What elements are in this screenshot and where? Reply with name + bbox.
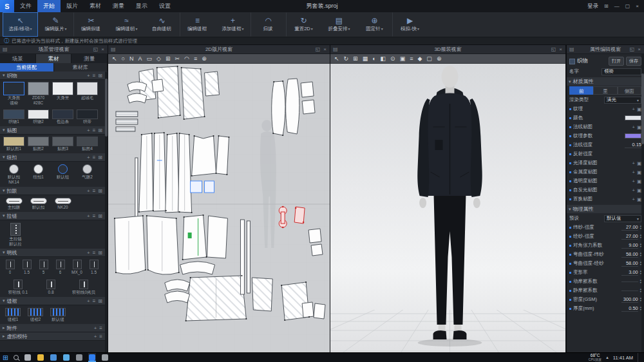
ribbon-tool[interactable]: ∿ 自由缝纫 [144, 12, 180, 37]
property-value[interactable]: 300.00 [621, 296, 638, 303]
popout-icon[interactable]: ◱ [316, 46, 321, 52]
pleat-item[interactable]: 缝褶2 [25, 307, 46, 322]
add-map-icon[interactable]: + [632, 187, 635, 193]
add-icon[interactable]: + [87, 73, 90, 79]
login-button[interactable]: 登录 [587, 3, 598, 10]
map-slot-icon[interactable]: ▣ [637, 124, 641, 130]
add-icon[interactable]: + [87, 155, 90, 160]
focus-icon[interactable]: ⊙ [390, 54, 395, 64]
show-grid-icon[interactable]: ▦ [363, 54, 368, 64]
map-slot-icon[interactable]: ▣ [637, 160, 641, 166]
close-icon[interactable]: × [638, 46, 641, 52]
fabric-swatch[interactable]: 织带 [76, 110, 99, 124]
add-map-icon[interactable]: + [632, 178, 635, 184]
fabric-swatch[interactable]: 大身里 [52, 82, 74, 106]
grid-icon[interactable]: ⊞ [98, 213, 102, 219]
topstitch-item[interactable]: 1.5 [19, 259, 34, 275]
minimize-icon[interactable]: — [614, 3, 620, 9]
add-icon[interactable]: + [94, 334, 97, 339]
ribbon-tool[interactable]: ⊕ 固定针▾ [357, 12, 392, 37]
buttonhole-item[interactable]: 主扣眼 [3, 197, 25, 210]
section-header[interactable]: ▾ 贴图 + ≡ ⊞ [0, 126, 105, 135]
ribbon-tool[interactable]: ✂ 编辑假缝 [73, 12, 109, 37]
settings[interactable] [101, 353, 109, 362]
physics-section-header[interactable]: ▾ 物理属性 [567, 205, 644, 213]
fabric-swatch[interactable]: 织物1 [3, 110, 25, 124]
ribbon-tool[interactable]: ▤ 折叠安排▾ [321, 12, 357, 37]
menu-item[interactable]: 素材 [84, 0, 107, 12]
map-slot-icon[interactable]: ▣ [637, 196, 641, 202]
ribbon-tool[interactable]: ✎ 编辑版片▾ [38, 12, 73, 37]
property-value[interactable] [621, 291, 638, 291]
photos[interactable] [75, 353, 83, 362]
start-button-icon[interactable]: ⊞ [3, 353, 8, 362]
menu-item[interactable]: 测量 [107, 0, 130, 12]
left-scrollbar[interactable] [105, 72, 108, 352]
section-header[interactable]: ▾ 明线 + ≡ ⊞ [0, 249, 105, 257]
list-icon[interactable]: ≡ [93, 128, 96, 133]
cut-tool-icon[interactable]: ✂ [175, 54, 180, 64]
render-type-select[interactable]: 满光 ▾ [604, 97, 641, 104]
layers-icon[interactable]: ≡ [410, 54, 413, 64]
grid-icon[interactable]: ⊞ [98, 128, 102, 133]
add-icon[interactable]: + [94, 325, 97, 331]
select-icon[interactable]: ↖ [334, 54, 339, 64]
menu-item[interactable]: 显示 [130, 0, 153, 12]
browser[interactable] [50, 353, 57, 362]
ribbon-tool[interactable]: ↖ 选择/移动▾ [3, 12, 38, 37]
list-icon[interactable]: ≡ [93, 188, 96, 194]
rotate-view-icon[interactable]: ↻ [344, 54, 349, 64]
pattern-2d-canvas[interactable] [108, 64, 330, 352]
property-value[interactable]: 9.00 [621, 242, 638, 249]
topstitch-item[interactable]: 0 [3, 259, 17, 275]
grid-icon[interactable]: ⊞ [98, 298, 102, 304]
select-icon[interactable]: ↖ [112, 54, 117, 64]
save-button[interactable]: 保存 [626, 57, 641, 66]
text-tool-icon[interactable]: A [138, 54, 142, 64]
frame-icon[interactable]: ▢ [426, 54, 432, 64]
fabric-swatch[interactable]: 织物2 [27, 110, 50, 124]
list-icon[interactable]: ≡ [99, 334, 102, 339]
rect-tool-icon[interactable]: ▭ [147, 54, 153, 64]
close-icon[interactable]: × [559, 46, 562, 52]
menu-item[interactable]: 开始 [37, 0, 61, 12]
name-input[interactable] [601, 68, 641, 75]
pleat-item[interactable]: 默认缝 [48, 307, 68, 322]
add-icon[interactable]: + [87, 213, 90, 219]
mail[interactable] [62, 353, 70, 362]
section-header[interactable]: ▸ 附件 + ≡ [0, 324, 105, 332]
list-icon[interactable]: ≡ [93, 298, 96, 304]
gizmo-icon[interactable]: ◆ [417, 54, 422, 64]
add-map-icon[interactable]: + [632, 169, 635, 175]
list-icon[interactable]: ≡ [93, 250, 96, 256]
show-desktop-button[interactable] [638, 353, 639, 362]
window-menu-icon[interactable]: ▤ [108, 46, 118, 52]
property-value[interactable]: 0.50 [621, 305, 638, 312]
add-map-icon[interactable]: + [632, 196, 635, 202]
section-header[interactable]: ▾ 扣眼 + ≡ ⊞ [0, 187, 105, 195]
section-header[interactable]: ▾ 缝褶 + ≡ ⊞ [0, 297, 105, 305]
window-layout-icon[interactable]: ⊞ [353, 54, 358, 64]
task-view[interactable] [24, 353, 32, 362]
maximize-icon[interactable]: ▢ [625, 3, 630, 9]
color-swatch[interactable] [625, 115, 641, 120]
circle-tool-icon[interactable]: ○ [122, 54, 125, 64]
fabric-swatch[interactable]: 起绒毛 [76, 82, 99, 106]
slot-icon[interactable]: ▣ [400, 54, 406, 64]
map-swatch[interactable]: 贴图2 [27, 137, 50, 151]
map-swatch[interactable]: 贴图3 [52, 137, 74, 151]
property-value[interactable] [621, 281, 638, 282]
add-icon[interactable]: + [87, 298, 90, 304]
add-icon[interactable]: + [87, 188, 90, 194]
add-map-icon[interactable]: + [632, 160, 635, 166]
property-value[interactable]: 58.00 [621, 260, 638, 267]
fabric-swatch[interactable]: 包边条 [52, 110, 74, 124]
topstitch-item[interactable]: 6 [53, 259, 68, 275]
buttonhole-item[interactable]: NK20 [52, 197, 74, 210]
section-header[interactable]: ▾ 纽扣 + ≡ ⊞ [0, 153, 105, 162]
menu-item[interactable]: 设置 [153, 0, 176, 12]
window-menu-icon[interactable]: ▤ [330, 46, 341, 52]
grid-icon[interactable]: ⊞ [98, 250, 102, 256]
add-icon[interactable]: + [87, 128, 90, 133]
normal-strength-value[interactable]: 0.15 [625, 142, 641, 148]
